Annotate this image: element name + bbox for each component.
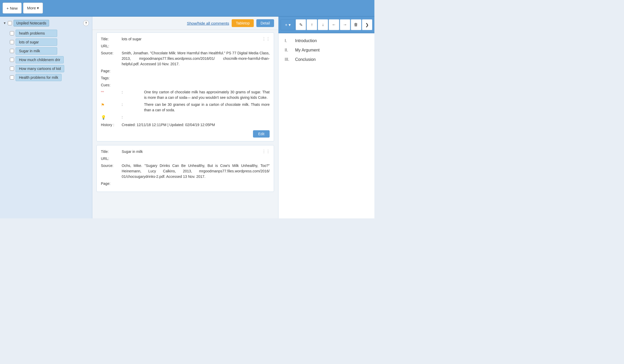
unpiled-checkbox[interactable]: [8, 21, 12, 25]
bulb-text: [144, 114, 270, 121]
list-item: lots of sugar: [10, 38, 90, 46]
unpiled-notecards-label[interactable]: Unpiled Notecards: [14, 20, 49, 27]
tabletop-button[interactable]: Tabletop: [232, 19, 254, 27]
list-item: health problems: [10, 30, 90, 37]
help-button[interactable]: ?: [83, 20, 89, 26]
drag-handle-icon-1[interactable]: ⋮⋮: [262, 149, 270, 154]
cues-label: Cues:: [101, 82, 122, 88]
list-item: How much childenern drir: [10, 56, 90, 63]
title-label: Title:: [101, 36, 122, 42]
right-panel: + ▾ ✎ ↑ ↓ ← → 🗑 ❯ I. Introduction II. My…: [278, 17, 374, 218]
center-panel: Show/hide all comments Tabletop Detail ⋮…: [92, 17, 278, 218]
card-history-row: History : Created: 12/11/18 12:11PM | Up…: [101, 122, 270, 128]
add-button[interactable]: + ▾: [281, 19, 295, 30]
title-value: lots of sugar: [122, 36, 270, 42]
card-url-row: URL:: [101, 43, 270, 49]
new-button[interactable]: + New: [3, 3, 22, 14]
card-flag-row: ⚑ : There can be 30 grames of sugar in a…: [101, 102, 270, 113]
show-hide-link[interactable]: Show/hide all comments: [187, 21, 229, 25]
drag-handle-icon[interactable]: ⋮⋮: [262, 36, 270, 41]
url-label: URL:: [101, 43, 122, 49]
history-label: History :: [101, 122, 122, 128]
source-value: Smith, Jonathan. "Chocolate Milk: More H…: [122, 50, 270, 67]
title-label-1: Title:: [101, 149, 122, 154]
card-title-row: Title: lots of sugar: [101, 36, 270, 42]
notecard-checkbox-4[interactable]: [10, 67, 14, 71]
tags-label: Tags:: [101, 75, 122, 81]
quote-icon: ““: [101, 89, 122, 100]
app-container: + New More ▾ ▼ Unpiled Notecards ? healt…: [0, 0, 374, 218]
notecard-checkbox-1[interactable]: [10, 40, 14, 44]
notecard-checkbox-2[interactable]: [10, 49, 14, 53]
move-down-button[interactable]: ↓: [318, 19, 328, 30]
quote-colon: :: [122, 89, 142, 100]
flag-icon: ⚑: [101, 102, 122, 113]
history-value: Created: 12/11/18 12:11PM | Updated: 02/…: [122, 122, 270, 128]
move-left-button[interactable]: ←: [329, 19, 339, 30]
edit-button-0[interactable]: Edit: [253, 130, 270, 138]
source-label: Source:: [101, 50, 122, 67]
quote-text: One tiny carton of chocolate milk has ap…: [144, 89, 270, 100]
title-value-1: Sugar in milk: [122, 149, 270, 154]
card-page-row-1: Page:: [101, 181, 270, 186]
source-label-1: Source:: [101, 163, 122, 179]
url-value: [122, 43, 270, 49]
page-value: [122, 68, 270, 74]
source-value-1: Ochs, Mike. "Sugary Drinks Can Be Unheal…: [122, 163, 270, 179]
outline-text-2[interactable]: Conclusion: [295, 57, 316, 62]
notecard-label-3[interactable]: How much childenern drir: [16, 56, 64, 63]
notecard-label-1[interactable]: lots of sugar: [16, 38, 57, 46]
url-value-1: [122, 156, 270, 161]
outline-item-2: III. Conclusion: [285, 57, 368, 62]
move-up-button[interactable]: ↑: [307, 19, 317, 30]
right-toolbar: + ▾ ✎ ↑ ↓ ← → 🗑 ❯: [278, 17, 374, 33]
card-quote-row: ““ : One tiny carton of chocolate milk h…: [101, 89, 270, 100]
top-toolbar: + New More ▾: [0, 0, 374, 17]
bulb-icon: 💡: [101, 114, 122, 121]
card-title-row-1: Title: Sugar in milk: [101, 149, 270, 154]
notecard-label-0[interactable]: health problems: [16, 30, 57, 37]
page-label: Page:: [101, 68, 122, 74]
page-value-1: [122, 181, 270, 186]
card-cues-row: Cues:: [101, 82, 270, 88]
move-right-button[interactable]: →: [340, 19, 350, 30]
detail-button[interactable]: Detail: [256, 19, 274, 27]
outline-content: I. Introduction II. My Argument III. Con…: [278, 33, 374, 218]
notecard-checkbox-0[interactable]: [10, 31, 14, 35]
notecard-label-4[interactable]: How many cartoons of kid: [16, 65, 64, 72]
outline-num-1: II.: [285, 48, 292, 53]
card-page-row: Page:: [101, 68, 270, 74]
outline-item-1: II. My Argument: [285, 48, 368, 53]
card-source-row: Source: Smith, Jonathan. "Chocolate Milk…: [101, 50, 270, 67]
cards-container: ⋮⋮ Title: lots of sugar URL: Source: Smi…: [92, 30, 278, 194]
notecard-checkbox-5[interactable]: [10, 75, 14, 80]
notecard-label-5[interactable]: Health problems for milk: [16, 74, 62, 81]
notecard-card-1: ⋮⋮ Title: Sugar in milk URL: Source: Och…: [96, 145, 274, 192]
left-panel: ▼ Unpiled Notecards ? health problems lo…: [0, 17, 92, 218]
outline-num-0: I.: [285, 38, 292, 43]
bulb-colon: :: [122, 114, 142, 121]
outline-text-0[interactable]: Introduction: [295, 38, 317, 43]
flag-text: There can be 30 grames of sugar in a car…: [144, 102, 270, 113]
collapse-triangle-icon[interactable]: ▼: [3, 21, 6, 25]
edit-icon-button[interactable]: ✎: [296, 19, 306, 30]
expand-button[interactable]: ❯: [362, 19, 372, 30]
url-label-1: URL:: [101, 156, 122, 161]
tags-value: [122, 75, 270, 81]
outline-item-0: I. Introduction: [285, 38, 368, 43]
outline-num-2: III.: [285, 57, 292, 62]
page-label-1: Page:: [101, 181, 122, 186]
notecard-label-2[interactable]: Sugar in milk: [16, 47, 57, 55]
list-item: Sugar in milk: [10, 47, 90, 55]
card-bulb-row: 💡 :: [101, 114, 270, 121]
unpiled-header: ▼ Unpiled Notecards ?: [2, 19, 90, 27]
card-source-row-1: Source: Ochs, Mike. "Sugary Drinks Can B…: [101, 163, 270, 179]
delete-button[interactable]: 🗑: [351, 19, 361, 30]
card-url-row-1: URL:: [101, 156, 270, 161]
notecard-checkbox-3[interactable]: [10, 58, 14, 62]
notecard-card-0: ⋮⋮ Title: lots of sugar URL: Source: Smi…: [96, 32, 274, 141]
outline-text-1[interactable]: My Argument: [295, 48, 320, 53]
list-item: How many cartoons of kid: [10, 65, 90, 72]
more-button[interactable]: More ▾: [23, 3, 43, 14]
main-layout: ▼ Unpiled Notecards ? health problems lo…: [0, 17, 374, 218]
